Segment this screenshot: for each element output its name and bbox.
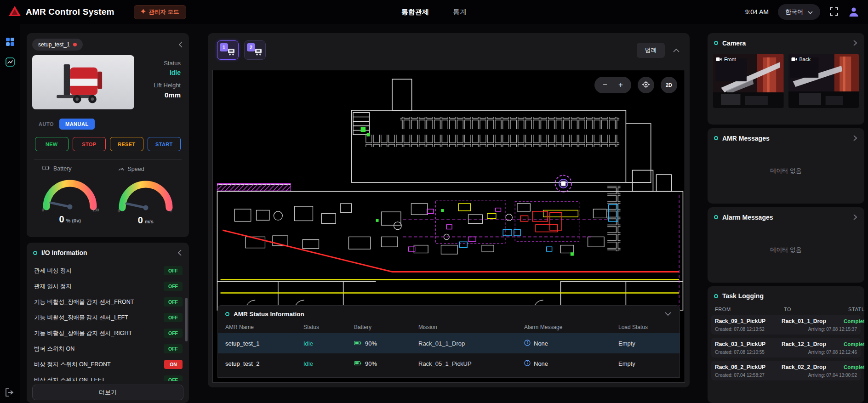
map-panel: 1 2 범례 [208, 33, 690, 387]
status-badge: Completed [844, 364, 864, 370]
io-row[interactable]: 기능 비활성_장애물 감지 센서_FRONTOFF [27, 294, 189, 310]
chevron-down-icon[interactable] [664, 311, 672, 317]
fullscreen-icon [829, 7, 839, 17]
amr-table-row[interactable]: setup_test_1 Idle 90% Rack_01_1_Drop Non… [218, 333, 680, 353]
io-row[interactable]: 기능 비활성_장애물 감지 센서_RIGHTOFF [27, 325, 189, 341]
manual-mode-button[interactable]: MANUAL [59, 119, 95, 130]
battery-icon [42, 165, 50, 172]
locate-button[interactable] [638, 77, 654, 93]
io-state-badge: ON [164, 360, 183, 369]
new-button[interactable]: NEW [35, 137, 69, 151]
io-state-badge: OFF [164, 344, 183, 353]
battery-icon [354, 360, 362, 367]
collapse-up-icon[interactable] [672, 47, 680, 53]
stop-button[interactable]: STOP [73, 137, 106, 151]
battery-gauge: 0 100 [35, 176, 104, 213]
io-state-badge: OFF [164, 282, 183, 291]
lift-height-value: 0mm [134, 91, 181, 99]
fullscreen-button[interactable] [829, 7, 839, 17]
2d-mode-button[interactable]: 2D [661, 77, 677, 93]
zoom-in-button[interactable]: + [613, 78, 628, 92]
collapse-left-icon[interactable] [177, 249, 183, 257]
io-state-badge: OFF [164, 375, 183, 381]
app-title: AMR Control System [26, 7, 114, 17]
map-toolbar: 1 2 범례 [208, 33, 690, 60]
more-button[interactable]: 더보기 [32, 385, 183, 400]
svg-text:0: 0 [118, 209, 120, 213]
task-log-row[interactable]: Rack_09_1_PickUP Rack_01_1_Drop Complete… [711, 315, 861, 335]
status-label: Status [134, 60, 181, 67]
diamond-icon [141, 9, 146, 15]
amr-table-header: AMR NameStatus BatteryMission Alarm Mess… [218, 321, 680, 333]
io-information-panel: I/O Information 관제 비상 정지OFF 관제 일시 정지OFF … [27, 243, 189, 403]
io-state-badge: OFF [164, 329, 183, 338]
map-viewport: − + 2D AMR Status Information [212, 70, 685, 383]
io-row[interactable]: 관제 일시 정지OFF [27, 278, 189, 294]
io-row[interactable]: 관제 비상 정지OFF [27, 263, 189, 278]
camera-feed-front[interactable]: Front [713, 54, 784, 108]
svg-text:2: 2 [170, 209, 172, 213]
io-list: 관제 비상 정지OFF 관제 일시 정지OFF 기능 비활성_장애물 감지 센서… [27, 263, 189, 381]
io-panel-title: I/O Information [41, 249, 172, 256]
dashboard-grid-icon[interactable] [3, 35, 17, 49]
left-rail [0, 24, 20, 403]
lift-height-label: Lift Height [134, 82, 181, 89]
statistics-chart-icon[interactable] [3, 55, 17, 69]
robot-tab-1[interactable]: 1 [217, 40, 239, 60]
scrollbar[interactable] [185, 298, 188, 341]
nav-statistics[interactable]: 통계 [453, 8, 467, 17]
speedometer-icon [118, 165, 125, 173]
battery-icon [354, 340, 362, 347]
svg-text:100: 100 [92, 208, 99, 212]
clock: 9:04 AM [745, 8, 769, 16]
camera-panel: Camera [708, 33, 864, 125]
io-row[interactable]: 비상 정지 스위치 ON_LEFTOFF [27, 372, 189, 381]
chevron-down-icon [808, 9, 813, 16]
section-dot-icon [225, 312, 229, 316]
amr-table-row[interactable]: setup_test_2 Idle 90% Rack_05_1_PickUP N… [218, 353, 680, 374]
robot-tab-2[interactable]: 2 [244, 40, 266, 60]
admin-mode-badge[interactable]: 관리자 모드 [134, 5, 186, 19]
start-button[interactable]: START [148, 137, 181, 151]
io-row[interactable]: 기능 비활성_장애물 감지 센서_LEFTOFF [27, 310, 189, 325]
section-dot-icon [714, 41, 718, 45]
task-logging-panel: Task Logging FROM TO STATUS Rack_09_1_Pi… [708, 286, 864, 403]
chevron-right-icon[interactable] [852, 213, 858, 221]
user-icon [848, 6, 860, 19]
nav-integrated-control[interactable]: 통합관제 [401, 8, 429, 17]
section-dot-icon [714, 294, 718, 298]
section-dot-icon [714, 215, 718, 219]
section-dot-icon [714, 136, 718, 140]
amr-messages-title: AMR Messages [722, 135, 848, 142]
io-state-badge: OFF [164, 266, 183, 275]
robot-status-panel: setup_test_1 Status [27, 33, 189, 237]
io-state-badge: OFF [164, 313, 183, 322]
camera-icon [791, 57, 797, 62]
chevron-right-icon[interactable] [852, 134, 858, 142]
io-row[interactable]: 범퍼 스위치 ONOFF [27, 341, 189, 357]
reset-button[interactable]: RESET [110, 137, 143, 151]
task-log-row[interactable]: Rack_06_2_PickUP Rack_02_2_Drop Complete… [711, 361, 861, 380]
logout-icon[interactable] [5, 388, 15, 398]
main-nav: 통합관제 통계 [401, 8, 467, 17]
crosshair-icon [642, 80, 650, 90]
battery-value: 0% (0v) [59, 214, 81, 225]
speed-value: 0m/s [138, 215, 154, 226]
language-selector[interactable]: 한국어 [778, 4, 820, 20]
robot-name-pill[interactable]: setup_test_1 [32, 39, 83, 51]
robot-icon [227, 48, 236, 57]
legend-button[interactable]: 범례 [637, 43, 665, 58]
collapse-left-icon[interactable] [177, 40, 183, 49]
info-icon [524, 340, 531, 347]
robot-icon [254, 48, 263, 57]
status-dot [73, 43, 77, 46]
task-log-row[interactable]: Rack_03_1_PickUP Rack_12_1_Drop Complete… [711, 338, 861, 358]
zoom-out-button[interactable]: − [597, 78, 613, 92]
chevron-right-icon[interactable] [852, 39, 858, 47]
empty-state-text: 데이터 없음 [708, 148, 864, 194]
user-avatar[interactable] [848, 6, 860, 19]
io-row[interactable]: 비상 정지 스위치 ON_FRONTON [27, 357, 189, 372]
auto-mode-label[interactable]: AUTO [39, 121, 54, 127]
camera-feed-back[interactable]: Back [788, 54, 859, 108]
app-logo-icon [8, 6, 21, 18]
